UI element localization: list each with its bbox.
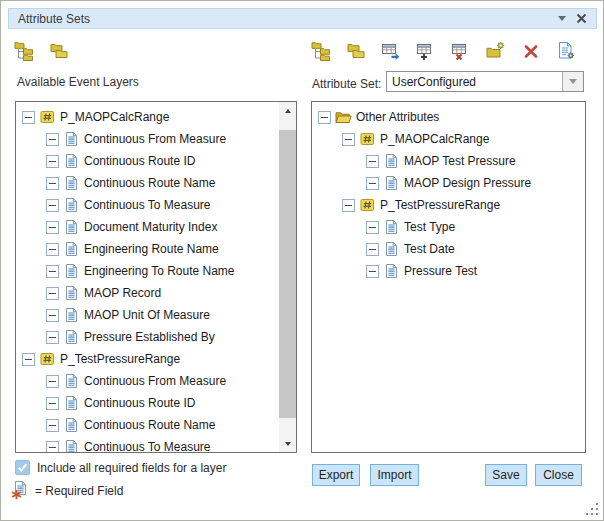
event-layer-icon bbox=[359, 198, 376, 212]
field-icon bbox=[63, 395, 80, 411]
tree-item-label: Other Attributes bbox=[356, 110, 439, 124]
tree-item[interactable]: Continuous Route ID bbox=[16, 392, 279, 414]
tree-item-label: Continuous From Measure bbox=[84, 132, 226, 146]
set-folders-button[interactable] bbox=[345, 40, 367, 62]
tree-item[interactable]: Continuous Route ID bbox=[16, 150, 279, 172]
tree-collapse-box[interactable] bbox=[318, 111, 331, 124]
tree-item-label: Engineering Route Name bbox=[84, 242, 219, 256]
tree-item[interactable]: Continuous Route Name bbox=[16, 172, 279, 194]
import-button[interactable]: Import bbox=[370, 464, 419, 486]
tree-item[interactable]: Test Type bbox=[312, 216, 585, 238]
tree-collapse-box[interactable] bbox=[342, 199, 355, 212]
tree-item[interactable]: Continuous From Measure bbox=[16, 128, 279, 150]
tree-collapse-box[interactable] bbox=[46, 133, 59, 146]
tree-collapse-box[interactable] bbox=[46, 375, 59, 388]
document-gear-button[interactable] bbox=[555, 40, 577, 62]
caret-down-icon bbox=[569, 79, 577, 84]
field-icon bbox=[65, 417, 78, 433]
folder-gear-button[interactable] bbox=[485, 40, 507, 62]
tree-collapse-box[interactable] bbox=[342, 133, 355, 146]
title-bar[interactable]: Attribute Sets bbox=[8, 8, 597, 29]
tree-collapse-box[interactable] bbox=[366, 155, 379, 168]
tree-item[interactable]: Other Attributes bbox=[312, 106, 585, 128]
tree-item[interactable]: Continuous To Measure bbox=[16, 436, 279, 453]
folders-icon bbox=[49, 41, 69, 61]
vertical-scrollbar[interactable] bbox=[279, 102, 296, 452]
table-plus-button[interactable] bbox=[415, 40, 437, 62]
tree-collapse-box[interactable] bbox=[366, 265, 379, 278]
tree-collapse-box[interactable] bbox=[46, 287, 59, 300]
attribute-set-dropdown-button[interactable] bbox=[562, 72, 583, 91]
tree-item-label: Engineering To Route Name bbox=[84, 264, 235, 278]
layers-hierarchy-button[interactable] bbox=[13, 40, 35, 62]
tree-collapse-box[interactable] bbox=[46, 419, 59, 432]
field-icon bbox=[63, 263, 80, 279]
event-layer-icon bbox=[39, 352, 56, 366]
set-hierarchy-button[interactable] bbox=[310, 40, 332, 62]
field-icon bbox=[63, 219, 80, 235]
tree-item[interactable]: MAOP Record bbox=[16, 282, 279, 304]
tree-item[interactable]: MAOP Design Pressure bbox=[312, 172, 585, 194]
tree-collapse-box[interactable] bbox=[46, 243, 59, 256]
tree-collapse-box[interactable] bbox=[46, 177, 59, 190]
tree-collapse-box[interactable] bbox=[22, 111, 35, 124]
tree-collapse-box[interactable] bbox=[366, 243, 379, 256]
tree-item[interactable]: Continuous Route Name bbox=[16, 414, 279, 436]
tree-collapse-box[interactable] bbox=[366, 177, 379, 190]
include-required-checkbox[interactable] bbox=[15, 460, 30, 475]
tree-item[interactable]: MAOP Test Pressure bbox=[312, 150, 585, 172]
folder-hierarchy-icon bbox=[14, 41, 34, 61]
minus-icon bbox=[345, 205, 352, 206]
close-button[interactable]: Close bbox=[535, 464, 582, 486]
field-icon bbox=[65, 373, 78, 389]
minus-icon bbox=[49, 337, 56, 338]
tree-item[interactable]: P_MAOPCalcRange bbox=[16, 106, 279, 128]
save-button[interactable]: Save bbox=[485, 464, 527, 486]
tree-item[interactable]: Continuous From Measure bbox=[16, 370, 279, 392]
tree-collapse-box[interactable] bbox=[46, 397, 59, 410]
table-x-button[interactable] bbox=[450, 40, 472, 62]
tree-item-label: MAOP Design Pressure bbox=[404, 176, 531, 190]
tree-collapse-box[interactable] bbox=[366, 221, 379, 234]
minus-icon bbox=[49, 227, 56, 228]
tree-item[interactable]: Document Maturity Index bbox=[16, 216, 279, 238]
tree-collapse-box[interactable] bbox=[22, 353, 35, 366]
minus-icon bbox=[369, 227, 376, 228]
tree-item[interactable]: P_MAOPCalcRange bbox=[312, 128, 585, 150]
tree-item[interactable]: Test Date bbox=[312, 238, 585, 260]
tree-collapse-box[interactable] bbox=[46, 155, 59, 168]
tree-item-label: Continuous Route Name bbox=[84, 176, 215, 190]
tree-item[interactable]: Pressure Test bbox=[312, 260, 585, 282]
layers-folders-button[interactable] bbox=[48, 40, 70, 62]
tree-collapse-box[interactable] bbox=[46, 199, 59, 212]
field-icon bbox=[63, 153, 80, 169]
window-collapse-button[interactable] bbox=[558, 16, 566, 21]
tree-collapse-box[interactable] bbox=[46, 265, 59, 278]
scroll-down-button[interactable] bbox=[279, 435, 296, 452]
tree-item[interactable]: Continuous To Measure bbox=[16, 194, 279, 216]
scroll-up-button[interactable] bbox=[279, 102, 296, 119]
field-icon bbox=[385, 263, 398, 279]
table-arrow-button[interactable] bbox=[380, 40, 402, 62]
export-button[interactable]: Export bbox=[312, 464, 360, 486]
tree-item-label: Pressure Established By bbox=[84, 330, 215, 344]
tree-item[interactable]: Pressure Established By bbox=[16, 326, 279, 348]
tree-collapse-box[interactable] bbox=[46, 331, 59, 344]
tree-item[interactable]: P_TestPressureRange bbox=[16, 348, 279, 370]
tree-item[interactable]: MAOP Unit Of Measure bbox=[16, 304, 279, 326]
tree-item[interactable]: Engineering To Route Name bbox=[16, 260, 279, 282]
tree-collapse-box[interactable] bbox=[46, 309, 59, 322]
tree-collapse-box[interactable] bbox=[46, 441, 59, 454]
scrollbar-thumb[interactable] bbox=[279, 130, 296, 418]
tree-item-label: Document Maturity Index bbox=[84, 220, 217, 234]
tree-item-label: Continuous Route ID bbox=[84, 154, 195, 168]
field-icon bbox=[385, 219, 398, 235]
tree-item[interactable]: Engineering Route Name bbox=[16, 238, 279, 260]
tree-item-label: Continuous To Measure bbox=[84, 440, 211, 453]
attribute-set-combobox[interactable]: UserConfigured bbox=[386, 71, 584, 92]
delete-button[interactable] bbox=[520, 40, 542, 62]
resize-grip[interactable] bbox=[586, 503, 600, 517]
tree-collapse-box[interactable] bbox=[46, 221, 59, 234]
window-close-button[interactable] bbox=[576, 13, 587, 24]
tree-item[interactable]: P_TestPressureRange bbox=[312, 194, 585, 216]
